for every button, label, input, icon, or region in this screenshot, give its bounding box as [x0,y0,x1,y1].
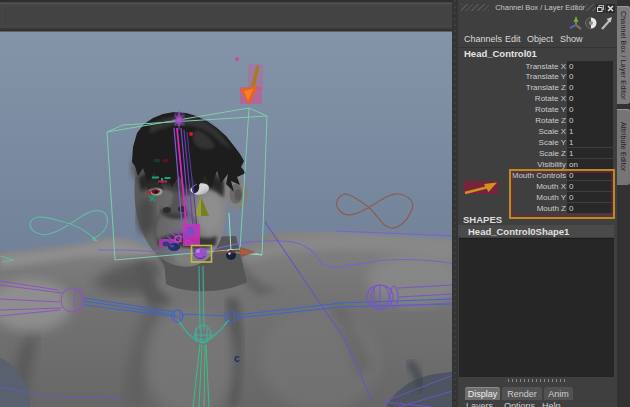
svg-text:c: c [234,353,240,364]
